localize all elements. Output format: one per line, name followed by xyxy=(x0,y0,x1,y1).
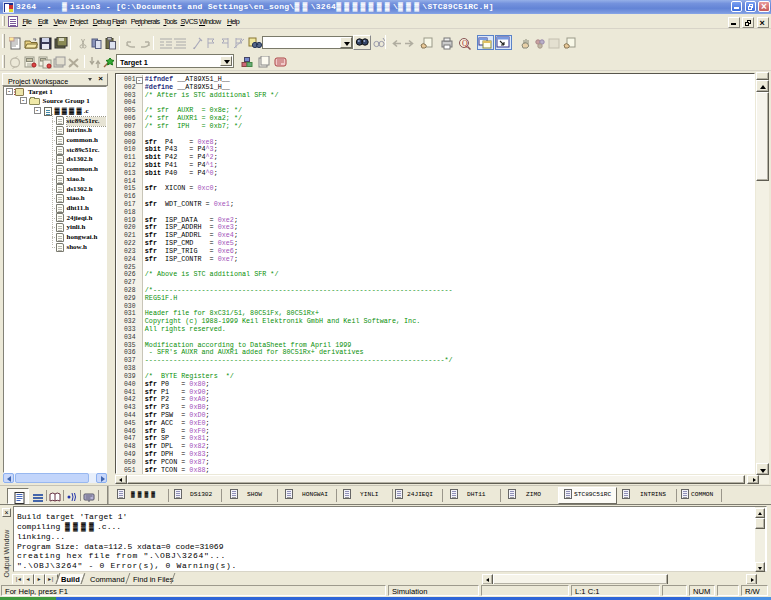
svg-text:Q: Q xyxy=(462,39,468,48)
